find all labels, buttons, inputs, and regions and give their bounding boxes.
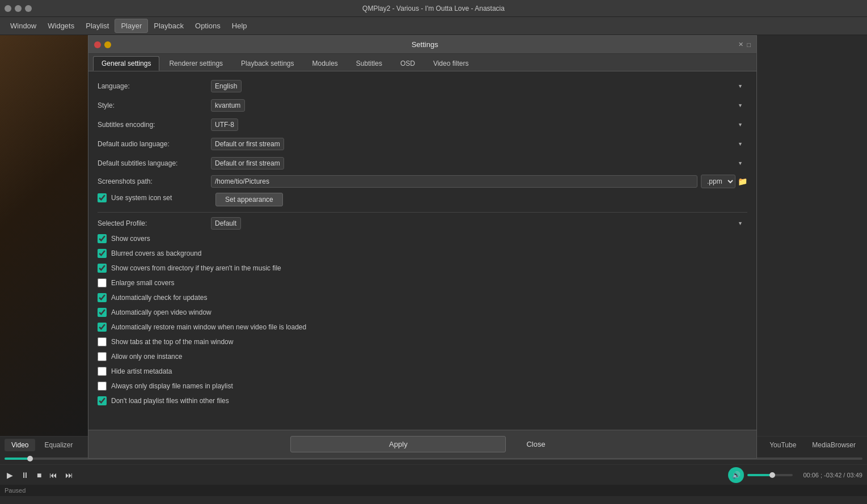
tab-renderer[interactable]: Renderer settings [160,56,231,71]
show-covers-dir-checkbox[interactable] [98,264,107,273]
style-label: Style: [98,101,211,109]
auto-check-updates-checkbox[interactable] [98,293,107,302]
next-button[interactable]: ⏭ [63,469,75,481]
subtitles-encoding-label: Subtitles encoding: [98,121,211,129]
status-text: Paused [5,487,26,494]
menu-playback[interactable]: Playback [148,19,189,32]
folder-icon[interactable]: 📁 [738,177,747,186]
menu-help[interactable]: Help [226,19,253,32]
profile-select-wrapper: Default [211,217,747,230]
volume-thumb [769,472,775,478]
default-subtitles-row: Default subtitles language: Default or f… [98,155,747,171]
progress-fill [5,458,30,460]
default-audio-label: Default audio language: [98,140,211,148]
dialog-content: Language: English Style: kvantum Sub [88,71,756,430]
screenshots-ext-select[interactable]: .ppm [701,175,735,188]
menu-player[interactable]: Player [115,19,148,33]
menu-widgets[interactable]: Widgets [42,19,80,32]
hide-artist-metadata-row: Hide artist metadata [98,366,747,377]
minimize-button[interactable] [15,5,22,12]
volume-button[interactable]: 🔊 [728,467,744,483]
close-button[interactable] [5,5,11,12]
default-audio-select-wrapper: Default or first stream [211,138,747,150]
dialog-close-button[interactable] [94,41,101,48]
show-tabs-label[interactable]: Show tabs at the top of the main window [111,338,233,346]
prev-button[interactable]: ⏮ [47,469,60,481]
screenshots-path-input[interactable] [211,175,697,188]
set-appearance-button[interactable]: Set appearance [215,193,283,206]
use-system-icon-checkbox[interactable] [98,193,107,202]
show-covers-checkbox[interactable] [98,234,107,243]
dialog-footer: Apply Close [88,430,756,458]
tab-osd[interactable]: OSD [392,56,424,71]
auto-restore-window-label[interactable]: Automatically restore main window when n… [111,323,306,331]
tab-video[interactable]: Video [5,439,35,451]
show-tabs-checkbox[interactable] [98,337,107,346]
dialog-title: Settings [111,40,738,49]
allow-one-instance-checkbox[interactable] [98,352,107,361]
tab-general[interactable]: General settings [93,56,159,71]
menu-options[interactable]: Options [189,19,226,32]
tab-subtitles[interactable]: Subtitles [348,56,391,71]
blurred-covers-row: Blurred covers as background [98,248,747,259]
auto-open-video-checkbox[interactable] [98,308,107,317]
language-select[interactable]: English [211,80,242,92]
allow-one-instance-label[interactable]: Allow only one instance [111,353,182,361]
show-covers-dir-row: Show covers from directory if they aren'… [98,262,747,274]
auto-check-updates-label[interactable]: Automatically check for updates [111,294,207,302]
default-subtitles-select-wrapper: Default or first stream [211,157,747,170]
pause-button[interactable]: ⏸ [19,469,31,481]
blurred-covers-checkbox[interactable] [98,249,107,258]
always-display-names-label[interactable]: Always only display file names in playli… [111,382,233,390]
tab-youtube[interactable]: YouTube [763,439,803,451]
auto-restore-window-row: Automatically restore main window when n… [98,321,747,333]
style-select[interactable]: kvantum [211,99,245,112]
auto-restore-window-checkbox[interactable] [98,323,107,332]
default-subtitles-select[interactable]: Default or first stream [211,157,284,170]
show-covers-dir-label[interactable]: Show covers from directory if they aren'… [111,264,281,272]
auto-open-video-row: Automatically open video window [98,307,747,318]
dialog-close-btn-footer[interactable]: Close [517,437,554,452]
time-display: 00:06 ; -03:42 / 03:49 [803,472,862,478]
dialog-min-button[interactable] [104,41,111,48]
settings-dialog: Settings ✕ □ General settings Renderer s… [88,35,757,459]
tab-playback[interactable]: Playback settings [232,56,302,71]
volume-section: 🔊 [728,467,793,483]
left-panel-background [0,35,88,436]
tab-mediabrowser[interactable]: MediaBrowser [805,439,862,451]
menu-playlist[interactable]: Playlist [80,19,115,32]
style-row: Style: kvantum [98,98,747,113]
selected-profile-label: Selected Profile: [98,219,211,227]
auto-open-video-label[interactable]: Automatically open video window [111,308,212,316]
volume-track[interactable] [747,474,793,476]
dialog-restore-button[interactable]: □ [747,41,751,48]
menu-bar: Window Widgets Playlist Player Playback … [0,17,867,35]
blurred-covers-label[interactable]: Blurred covers as background [111,249,201,257]
maximize-button[interactable] [25,5,32,12]
screenshots-row: Screenshots path: .ppm 📁 [98,175,747,188]
profile-select[interactable]: Default [211,217,241,230]
dialog-x-button[interactable]: ✕ [738,41,743,48]
tab-equalizer[interactable]: Equalizer [37,439,79,451]
dialog-corner-buttons: ✕ □ [738,41,751,48]
auto-check-updates-row: Automatically check for updates [98,292,747,303]
always-display-names-checkbox[interactable] [98,382,107,391]
tab-video-filters[interactable]: Video filters [425,56,477,71]
stop-button[interactable]: ■ [35,469,44,481]
use-system-icon-label[interactable]: Use system icon set [111,194,172,202]
dont-load-playlist-checkbox[interactable] [98,396,107,405]
default-audio-select[interactable]: Default or first stream [211,138,284,150]
show-covers-label[interactable]: Show covers [111,235,150,243]
default-audio-row: Default audio language: Default or first… [98,136,747,152]
hide-artist-metadata-label[interactable]: Hide artist metadata [111,367,172,375]
play-button[interactable]: ▶ [5,469,15,481]
menu-window[interactable]: Window [5,19,42,32]
enlarge-covers-label[interactable]: Enlarge small covers [111,279,174,287]
apply-button[interactable]: Apply [290,436,506,452]
subtitles-encoding-select[interactable]: UTF-8 [211,118,238,131]
tab-modules[interactable]: Modules [304,56,346,71]
hide-artist-metadata-checkbox[interactable] [98,367,107,376]
dont-load-playlist-label[interactable]: Don't load playlist files within other f… [111,397,229,405]
enlarge-covers-checkbox[interactable] [98,278,107,287]
screenshots-label: Screenshots path: [98,177,211,185]
